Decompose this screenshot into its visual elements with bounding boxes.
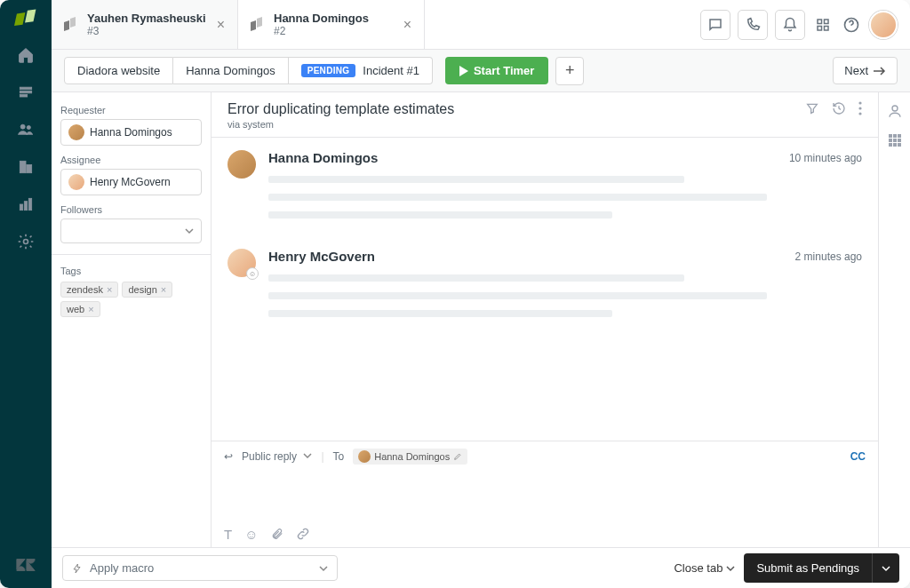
divider — [52, 254, 211, 255]
ticket-icon — [64, 18, 78, 32]
recipient-chip[interactable]: Hanna Domingos — [353, 449, 467, 465]
tab-title: Yauhen Rymasheuski — [87, 12, 206, 26]
start-timer-button[interactable]: Start Timer — [445, 57, 548, 84]
tag[interactable]: zendesk× — [60, 282, 118, 298]
context-rail — [878, 92, 910, 547]
user-icon[interactable] — [887, 103, 903, 119]
ticket-title: Error duplicating template estimates — [228, 101, 454, 117]
attach-icon[interactable] — [271, 527, 283, 542]
tags-label: Tags — [60, 266, 202, 276]
reply-textarea[interactable] — [224, 465, 866, 527]
reply-to-label: To — [333, 450, 345, 463]
breadcrumb-status[interactable]: PENDING Incident #1 — [289, 57, 433, 84]
tab-ticket-3[interactable]: Yauhen Rymasheuski #3 × — [52, 0, 238, 49]
breadcrumb-person[interactable]: Hanna Domingos — [173, 57, 288, 84]
svg-rect-6 — [27, 165, 32, 173]
chevron-down-icon — [185, 226, 194, 235]
svg-rect-7 — [20, 204, 22, 211]
ticket-via: via system — [228, 119, 454, 130]
apply-macro-select[interactable]: Apply macro — [62, 555, 338, 581]
svg-rect-21 — [893, 134, 897, 138]
org-icon[interactable] — [15, 156, 36, 178]
followers-field[interactable] — [60, 219, 202, 243]
brand-logo — [14, 7, 37, 30]
svg-point-17 — [858, 107, 861, 109]
history-icon[interactable] — [832, 101, 846, 115]
chat-icon[interactable] — [700, 10, 730, 40]
reply-back-icon[interactable]: ↩ — [224, 450, 233, 463]
svg-rect-25 — [898, 139, 901, 142]
start-timer-label: Start Timer — [474, 64, 534, 77]
messages-list: Hanna Domingos 10 minutes ago ☺ Henry Mc… — [212, 138, 878, 441]
breadcrumb-org[interactable]: Diadora website — [64, 57, 173, 84]
ticket-header: Error duplicating template estimates via… — [212, 92, 878, 138]
tag-remove-icon[interactable]: × — [88, 304, 93, 314]
reply-mode-select[interactable]: Public reply — [242, 450, 312, 463]
assignee-field[interactable]: Henry McGovern — [60, 169, 202, 195]
tab-subtitle: #2 — [274, 25, 369, 37]
svg-rect-9 — [28, 198, 31, 210]
text-placeholder — [268, 310, 612, 317]
emoji-icon[interactable]: ☺ — [244, 527, 258, 542]
footer-bar: Apply macro Close tab Submit as Pendings — [52, 547, 910, 588]
reply-toolbar: T ☺ — [224, 527, 866, 542]
svg-rect-2 — [20, 95, 27, 98]
svg-point-3 — [20, 124, 25, 129]
add-button[interactable]: + — [555, 57, 584, 85]
chevron-down-icon — [303, 451, 312, 460]
requester-field[interactable]: Hanna Domingos — [60, 119, 202, 146]
svg-rect-28 — [898, 143, 901, 147]
filter-icon[interactable] — [805, 101, 819, 115]
edit-icon — [453, 452, 462, 461]
home-icon[interactable] — [15, 44, 36, 66]
avatar: ☺ — [228, 249, 256, 277]
help-icon[interactable] — [841, 14, 862, 36]
tab-ticket-2[interactable]: Hanna Domingos #2 × — [238, 0, 425, 49]
customers-icon[interactable] — [15, 119, 36, 140]
play-icon — [459, 66, 468, 76]
chevron-down-icon — [726, 564, 735, 573]
phone-icon[interactable] — [738, 10, 768, 40]
settings-icon[interactable] — [15, 231, 36, 252]
next-label: Next — [844, 64, 868, 77]
link-icon[interactable] — [296, 527, 310, 542]
avatar — [358, 450, 371, 463]
svg-rect-11 — [818, 20, 822, 24]
tag[interactable]: web× — [60, 301, 100, 317]
message-time: 10 minutes ago — [789, 152, 862, 164]
apps-icon[interactable] — [812, 14, 834, 36]
format-text-icon[interactable]: T — [224, 527, 232, 542]
agent-badge-icon: ☺ — [246, 267, 259, 280]
reports-icon[interactable] — [15, 194, 36, 215]
close-icon[interactable]: × — [403, 18, 411, 32]
reply-box: ↩ Public reply | To Hanna Domingos CC T … — [212, 441, 878, 547]
svg-point-16 — [858, 101, 861, 104]
tag-remove-icon[interactable]: × — [107, 284, 112, 295]
cc-button[interactable]: CC — [850, 450, 866, 463]
avatar — [68, 124, 84, 140]
svg-rect-5 — [20, 161, 26, 172]
svg-rect-14 — [825, 26, 829, 30]
views-icon[interactable] — [15, 82, 36, 103]
ticket-header-actions — [805, 101, 862, 115]
notifications-icon[interactable] — [775, 10, 805, 40]
next-button[interactable]: Next — [833, 57, 898, 84]
svg-rect-23 — [889, 139, 892, 142]
arrow-right-icon — [874, 67, 886, 75]
followers-label: Followers — [60, 204, 202, 215]
tags-container: zendesk× design× web× — [60, 282, 202, 317]
nav-rail — [0, 0, 52, 588]
ticket-icon — [251, 18, 265, 32]
profile-avatar[interactable] — [869, 11, 898, 39]
close-icon[interactable]: × — [217, 18, 225, 32]
svg-point-19 — [892, 106, 898, 111]
apps-grid-icon[interactable] — [888, 133, 902, 147]
tag-remove-icon[interactable]: × — [161, 284, 166, 295]
avatar — [68, 174, 84, 190]
close-tab-button[interactable]: Close tab — [674, 561, 735, 575]
tag[interactable]: design× — [122, 282, 172, 298]
more-icon[interactable] — [858, 101, 862, 115]
zendesk-z-icon[interactable] — [15, 554, 36, 576]
submit-button[interactable]: Submit as Pendings — [744, 553, 872, 583]
submit-dropdown-button[interactable] — [872, 553, 899, 583]
